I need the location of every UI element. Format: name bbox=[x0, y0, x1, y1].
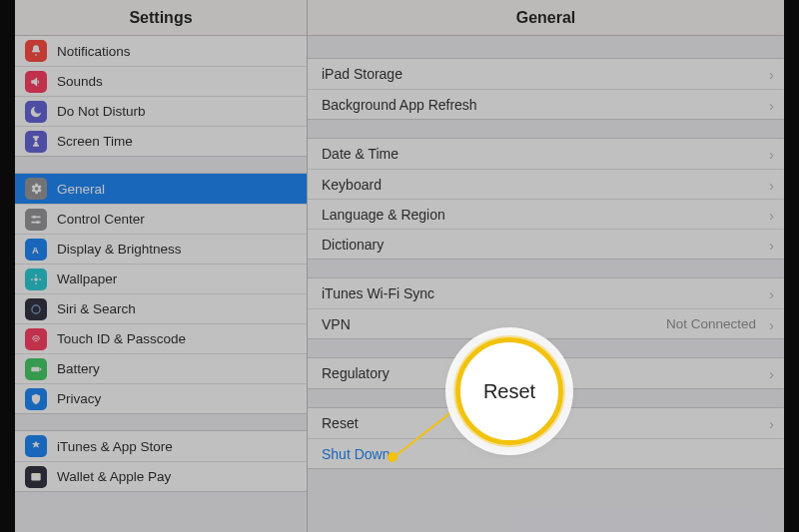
callout-dot bbox=[388, 452, 398, 462]
callout-annotation: Reset bbox=[0, 0, 799, 532]
stage: Settings Notifications Sounds bbox=[0, 0, 799, 532]
callout-ring bbox=[455, 337, 563, 445]
